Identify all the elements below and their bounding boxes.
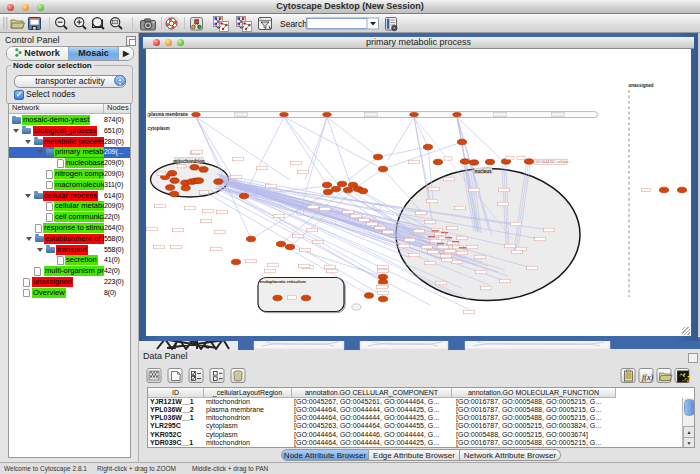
svg-text:1:1: 1:1 (113, 21, 118, 25)
svg-text:endoplasmic reticulum: endoplasmic reticulum (260, 279, 306, 284)
svg-text:plasma membrane: plasma membrane (149, 112, 189, 117)
svg-text:unassigned: unassigned (629, 83, 654, 88)
svg-text:nucleus: nucleus (474, 169, 492, 174)
svg-text:mitochondrion: mitochondrion (173, 159, 205, 164)
svg-text:f(x): f(x) (642, 373, 653, 382)
svg-text:Search:: Search: (280, 19, 309, 29)
svg-text:cytoplasm: cytoplasm (148, 126, 170, 131)
svg-text:GO:0044262::cellular...: GO:0044262::cellular... (536, 160, 571, 164)
